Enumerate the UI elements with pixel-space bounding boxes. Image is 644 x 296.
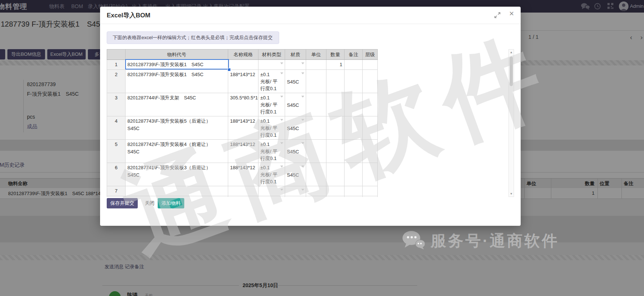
table-row[interactable]: 7 — [107, 186, 378, 196]
cell-material-type[interactable]: ±0.1光板/ 平行度0.1 — [258, 93, 285, 116]
cell-material-type[interactable]: ±0.1光板/ 平行度0.1 — [258, 163, 285, 186]
cell-note[interactable] — [345, 60, 363, 69]
cell-material[interactable] — [285, 196, 306, 197]
chevron-down-icon[interactable] — [280, 166, 283, 167]
cell-level[interactable] — [363, 186, 378, 196]
cell-qty[interactable] — [326, 70, 345, 93]
chevron-down-icon[interactable] — [301, 142, 304, 144]
cell-material-type[interactable] — [258, 186, 285, 196]
cell-qty[interactable] — [326, 196, 345, 197]
cell-unit[interactable] — [306, 60, 326, 69]
cell-level[interactable] — [363, 116, 378, 139]
add-material-button[interactable]: 添加物料 — [158, 198, 184, 208]
cell-material-type[interactable] — [258, 60, 285, 69]
cell-level[interactable] — [363, 70, 378, 93]
cell-code[interactable] — [126, 196, 228, 197]
cell-material-type[interactable]: ±0.1光板/ 平行度0.1 — [258, 140, 285, 163]
table-row[interactable]: 6 8201287741\F-顶升安装板3（后避让） S45C 188*143*… — [107, 163, 378, 186]
cell-qty[interactable] — [326, 163, 345, 186]
cell-spec[interactable]: 188*143*12 — [228, 163, 258, 186]
cell-note[interactable] — [345, 116, 363, 139]
cell-spec[interactable]: 188*143*12 — [228, 140, 258, 163]
excel-import-bom-modal: Excel导入BOM × 下面的表格跟excel一样的编辑方式；红色表头是必填；… — [100, 7, 521, 226]
close-button[interactable]: 关闭 — [143, 198, 156, 208]
cell-code[interactable]: 8201287743\F-顶升安装板5（后避让） S45C — [126, 116, 228, 139]
cell-unit[interactable] — [306, 140, 326, 163]
cell-level[interactable] — [363, 140, 378, 163]
cell-note[interactable] — [345, 163, 363, 186]
cell-material[interactable]: S45C — [285, 140, 306, 163]
cell-material-type[interactable] — [258, 196, 285, 197]
cell-unit[interactable] — [306, 70, 326, 93]
scrollbar-thumb[interactable] — [510, 57, 513, 86]
selection-fill-handle[interactable] — [227, 68, 231, 71]
scroll-down-icon[interactable]: ▼ — [509, 192, 514, 195]
vertical-scrollbar[interactable]: ▲ ▼ — [508, 49, 514, 197]
table-row[interactable]: 5 8201287742\F-顶升安装板4（前避让） S45C 188*143*… — [107, 140, 378, 163]
cell-qty[interactable] — [326, 93, 345, 116]
cell-note[interactable] — [345, 196, 363, 197]
chevron-down-icon[interactable] — [280, 189, 283, 191]
table-row[interactable]: 8 — [107, 196, 378, 197]
chevron-down-icon[interactable] — [280, 119, 283, 121]
cell-level[interactable] — [363, 93, 378, 116]
cell-note[interactable] — [345, 186, 363, 196]
cell-level[interactable] — [363, 163, 378, 186]
scroll-up-icon[interactable]: ▲ — [509, 51, 514, 54]
chevron-down-icon[interactable] — [280, 142, 283, 144]
cell-code[interactable]: 8201287739\F-顶升安装板1 S45C — [126, 70, 228, 93]
table-row[interactable]: 4 8201287743\F-顶升安装板5（后避让） S45C 188*143*… — [107, 116, 378, 140]
cell-note[interactable] — [345, 140, 363, 163]
cell-level[interactable] — [363, 196, 378, 197]
row-number: 4 — [107, 116, 126, 139]
cell-unit[interactable] — [306, 116, 326, 139]
chevron-down-icon[interactable] — [280, 62, 283, 64]
cell-code[interactable]: 8201287744\F-顶升支架 S45C — [126, 93, 228, 116]
cell-code[interactable]: 8201287742\F-顶升安装板4（前避让） S45C — [126, 140, 228, 163]
chevron-down-icon[interactable] — [301, 166, 304, 167]
chevron-down-icon[interactable] — [301, 189, 304, 191]
cell-spec[interactable] — [228, 186, 258, 196]
cell-spec[interactable]: 305.5*80.5*16 — [228, 93, 258, 116]
cell-note[interactable] — [345, 93, 363, 116]
cell-material[interactable]: S45C — [285, 70, 306, 93]
cell-spec[interactable] — [228, 196, 258, 197]
header-spec: 名称规格 — [228, 50, 258, 59]
chevron-down-icon[interactable] — [301, 119, 304, 121]
cell-material[interactable] — [285, 60, 306, 69]
cell-unit[interactable] — [306, 186, 326, 196]
row-number: 2 — [107, 70, 126, 93]
chevron-down-icon[interactable] — [301, 96, 304, 98]
close-icon[interactable]: × — [509, 9, 514, 18]
cell-spec[interactable]: 188*143*12 — [228, 70, 258, 93]
cell-qty[interactable]: 1 — [326, 60, 345, 69]
cell-unit[interactable] — [306, 196, 326, 197]
cell-material[interactable]: S45C — [285, 93, 306, 116]
table-row[interactable]: 3 8201287744\F-顶升支架 S45C 305.5*80.5*16 ±… — [107, 93, 378, 116]
cell-material[interactable]: S45C — [285, 163, 306, 186]
table-row[interactable]: 2 8201287739\F-顶升安装板1 S45C 188*143*12 ±0… — [107, 70, 378, 93]
expand-icon[interactable] — [494, 12, 501, 18]
cell-unit[interactable] — [306, 163, 326, 186]
cell-unit[interactable] — [306, 93, 326, 116]
header-material-code: 物料代号 — [126, 50, 228, 59]
cell-material-type[interactable]: ±0.1光板/ 平行度0.1 — [258, 70, 285, 93]
chevron-down-icon[interactable] — [280, 72, 283, 74]
cell-note[interactable] — [345, 70, 363, 93]
cell-spec[interactable] — [228, 60, 258, 69]
cell-level[interactable] — [363, 60, 378, 69]
cell-code[interactable]: 8201287741\F-顶升安装板3（后避让） S45C — [126, 163, 228, 186]
chevron-down-icon[interactable] — [301, 62, 304, 64]
cell-material[interactable] — [285, 186, 306, 196]
cell-material-type[interactable]: ±0.1光板/ 平行度0.1 — [258, 116, 285, 139]
cell-spec[interactable]: 188*143*12 — [228, 116, 258, 139]
modal-hint: 下面的表格跟excel一样的编辑方式；红色表头是必填；完成后点击保存提交 — [107, 31, 279, 44]
cell-material[interactable]: S45C — [285, 116, 306, 139]
save-submit-button[interactable]: 保存并提交 — [107, 198, 138, 208]
cell-qty[interactable] — [326, 186, 345, 196]
cell-code[interactable] — [126, 186, 228, 196]
chevron-down-icon[interactable] — [301, 72, 304, 74]
cell-qty[interactable] — [326, 116, 345, 139]
chevron-down-icon[interactable] — [280, 96, 283, 98]
cell-qty[interactable] — [326, 140, 345, 163]
